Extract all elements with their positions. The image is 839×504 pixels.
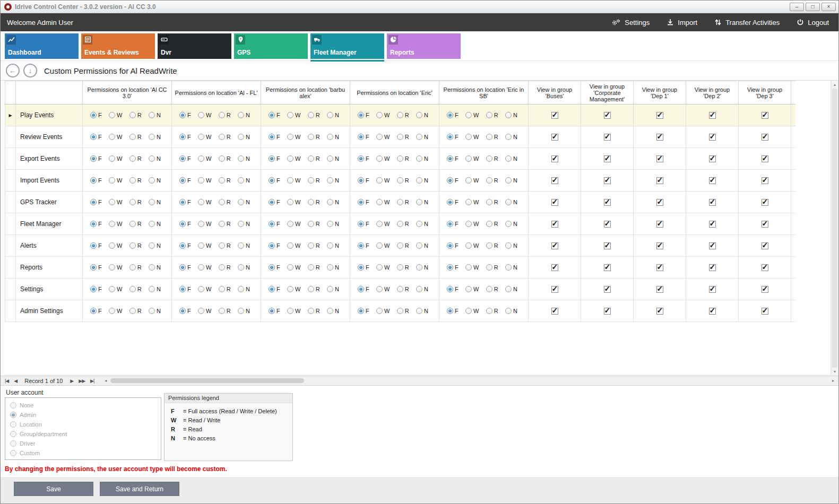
permission-radio-n[interactable]: N <box>149 264 161 271</box>
account-type-radio-driver[interactable]: Driver <box>10 439 156 448</box>
permission-radio-f[interactable]: F <box>179 134 191 140</box>
permission-radio-n[interactable]: N <box>238 177 250 184</box>
permission-radio-n[interactable]: N <box>238 155 250 162</box>
permission-radio-n[interactable]: N <box>238 264 250 271</box>
permission-radio-n[interactable]: N <box>327 199 339 205</box>
save-button[interactable]: Save <box>14 482 93 496</box>
minimize-button[interactable]: – <box>790 3 804 11</box>
permission-radio-f[interactable]: F <box>358 308 369 314</box>
permission-radio-f[interactable]: F <box>90 221 102 227</box>
permission-radio-w[interactable]: W <box>376 134 390 140</box>
group-view-checkbox[interactable] <box>551 264 558 271</box>
permission-radio-r[interactable]: R <box>308 134 320 140</box>
horizontal-scrollbar[interactable]: ◂ ▸ <box>102 376 837 385</box>
fast-forward-button[interactable]: ▶▶ <box>76 378 88 384</box>
group-view-checkbox[interactable] <box>709 264 716 271</box>
group-view-checkbox[interactable] <box>656 286 663 293</box>
permission-radio-f[interactable]: F <box>269 264 280 271</box>
group-view-checkbox[interactable] <box>656 308 663 315</box>
permission-radio-f[interactable]: F <box>179 308 191 314</box>
group-column-header[interactable]: View in group 'Buses' <box>529 81 581 105</box>
permission-radio-n[interactable]: N <box>416 286 428 292</box>
group-view-checkbox[interactable] <box>604 112 611 119</box>
location-column-header[interactable]: Permissions on location 'Eric' <box>350 81 439 105</box>
group-column-header[interactable]: View in group 'Corporate Management' <box>581 81 634 105</box>
last-record-button[interactable]: ▶| <box>88 378 97 384</box>
permission-radio-r[interactable]: R <box>486 199 498 205</box>
group-column-header[interactable]: View in group 'Dep 3' <box>739 81 791 105</box>
location-column-header[interactable]: Permissions on location 'Al CC 3.0' <box>83 81 172 105</box>
group-view-checkbox[interactable] <box>551 134 558 141</box>
permission-radio-w[interactable]: W <box>376 242 390 249</box>
permission-radio-r[interactable]: R <box>486 134 498 140</box>
permission-radio-n[interactable]: N <box>505 199 517 205</box>
permission-radio-f[interactable]: F <box>447 242 459 249</box>
permission-radio-w[interactable]: W <box>376 199 390 205</box>
permission-radio-w[interactable]: W <box>465 242 479 249</box>
permission-radio-n[interactable]: N <box>416 112 428 118</box>
group-view-checkbox[interactable] <box>551 221 558 228</box>
transfer-activities-action[interactable]: Transfer Activities <box>714 19 780 27</box>
vertical-scrollbar[interactable]: ▲ ▼ <box>831 81 838 376</box>
permission-radio-r[interactable]: R <box>308 242 320 249</box>
location-column-header[interactable]: Permissions on location 'barbu alex' <box>261 81 350 105</box>
permission-radio-w[interactable]: W <box>109 286 122 292</box>
group-view-checkbox[interactable] <box>656 199 663 206</box>
permission-radio-f[interactable]: F <box>179 221 191 227</box>
group-view-checkbox[interactable] <box>762 134 768 141</box>
group-view-checkbox[interactable] <box>762 242 768 249</box>
permission-radio-r[interactable]: R <box>129 177 142 184</box>
permission-radio-n[interactable]: N <box>416 134 428 140</box>
permission-radio-f[interactable]: F <box>90 242 102 249</box>
permission-radio-r[interactable]: R <box>397 134 409 140</box>
permission-radio-f[interactable]: F <box>90 134 102 140</box>
group-column-header[interactable]: View in group 'Dep 1' <box>634 81 686 105</box>
permission-radio-w[interactable]: W <box>376 264 390 271</box>
permission-radio-f[interactable]: F <box>358 199 369 205</box>
permission-radio-r[interactable]: R <box>308 221 320 227</box>
group-view-checkbox[interactable] <box>551 199 558 206</box>
group-view-checkbox[interactable] <box>709 177 716 184</box>
permission-radio-n[interactable]: N <box>505 264 517 271</box>
permission-radio-r[interactable]: R <box>308 177 320 184</box>
permission-radio-n[interactable]: N <box>149 199 161 205</box>
group-view-checkbox[interactable] <box>656 221 663 228</box>
permission-radio-n[interactable]: N <box>238 242 250 249</box>
permission-radio-n[interactable]: N <box>149 155 161 162</box>
permission-radio-w[interactable]: W <box>287 177 300 184</box>
permission-radio-r[interactable]: R <box>397 242 409 249</box>
group-view-checkbox[interactable] <box>604 177 611 184</box>
group-view-checkbox[interactable] <box>709 308 716 315</box>
permission-radio-w[interactable]: W <box>465 155 479 162</box>
permission-radio-w[interactable]: W <box>465 177 479 184</box>
permission-radio-n[interactable]: N <box>327 242 339 249</box>
permission-radio-r[interactable]: R <box>397 286 409 292</box>
group-view-checkbox[interactable] <box>551 308 558 315</box>
group-view-checkbox[interactable] <box>604 199 611 206</box>
permission-radio-n[interactable]: N <box>149 242 161 249</box>
permission-radio-w[interactable]: W <box>198 221 211 227</box>
group-view-checkbox[interactable] <box>709 155 716 162</box>
tab-events-reviews[interactable]: Events & Reviews <box>81 33 155 59</box>
permission-radio-f[interactable]: F <box>90 177 102 184</box>
permission-radio-f[interactable]: F <box>358 112 369 118</box>
permission-radio-w[interactable]: W <box>287 286 300 292</box>
permission-radio-n[interactable]: N <box>238 112 250 118</box>
permission-radio-n[interactable]: N <box>505 221 517 227</box>
permission-radio-n[interactable]: N <box>327 308 339 314</box>
permission-radio-w[interactable]: W <box>109 112 122 118</box>
tab-reports[interactable]: Reports <box>387 33 461 59</box>
permission-radio-r[interactable]: R <box>397 308 409 314</box>
permission-radio-w[interactable]: W <box>198 264 211 271</box>
permission-radio-r[interactable]: R <box>486 308 498 314</box>
permission-radio-f[interactable]: F <box>358 134 369 140</box>
permission-radio-n[interactable]: N <box>238 199 250 205</box>
permission-radio-w[interactable]: W <box>376 155 390 162</box>
permission-radio-r[interactable]: R <box>219 242 231 249</box>
permission-radio-w[interactable]: W <box>465 264 479 271</box>
permission-radio-n[interactable]: N <box>505 134 517 140</box>
permission-radio-r[interactable]: R <box>308 308 320 314</box>
group-view-checkbox[interactable] <box>656 264 663 271</box>
permission-radio-w[interactable]: W <box>198 199 211 205</box>
permission-radio-f[interactable]: F <box>179 264 191 271</box>
